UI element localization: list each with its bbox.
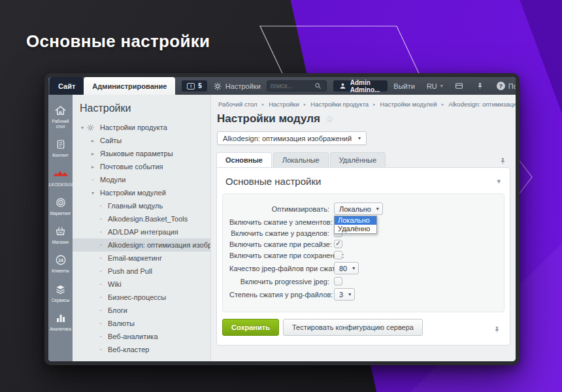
tree-item[interactable]: ▾Настройки модулей bbox=[73, 186, 210, 199]
select-optimize[interactable]: Локально▾ bbox=[334, 203, 383, 215]
tree-item-label: Языковые параметры bbox=[100, 150, 173, 157]
logout-button[interactable]: Выйти bbox=[388, 77, 421, 95]
hotkeys-button[interactable] bbox=[449, 77, 470, 95]
save-button[interactable]: Сохранить bbox=[222, 319, 279, 336]
bullet-icon: ▪ bbox=[97, 269, 104, 273]
bullet-icon: ▪ bbox=[97, 256, 104, 260]
sidebar-item-alkodesign[interactable]: ALKODESIGN bbox=[48, 163, 73, 192]
svg-text:24: 24 bbox=[58, 258, 63, 263]
favorite-star-icon[interactable]: ☆ bbox=[325, 114, 334, 123]
home-icon bbox=[54, 104, 67, 117]
expand-toggle-icon[interactable]: ▾ bbox=[90, 190, 96, 196]
sidebar-item-label: ALKODESIGN bbox=[48, 182, 75, 188]
tree-item[interactable]: ▪Бизнес-процессы bbox=[73, 291, 210, 304]
tree-item-label: Push and Pull bbox=[108, 267, 152, 275]
breadcrumb-link[interactable]: Настройки продукта bbox=[310, 101, 369, 108]
breadcrumb: Рабочий стол▸Настройки▸Настройки продукт… bbox=[218, 101, 510, 108]
layers-icon bbox=[54, 283, 67, 296]
sidebar-item-clients[interactable]: 24Клиенты bbox=[48, 250, 73, 278]
expand-toggle-icon[interactable]: ▸ bbox=[90, 138, 96, 144]
tree-item[interactable]: ▪AD/LDAP интеграция bbox=[73, 225, 210, 238]
main-content: Рабочий стол▸Настройки▸Настройки продукт… bbox=[211, 95, 516, 361]
expand-toggle-icon[interactable]: ▸ bbox=[90, 151, 96, 157]
expand-toggle-icon[interactable]: ▸ bbox=[90, 164, 96, 170]
pin-toolbar-button[interactable] bbox=[470, 77, 491, 95]
tree-item[interactable]: ▸Почтовые события bbox=[73, 160, 210, 173]
tree-item[interactable]: ▪Блоги bbox=[73, 304, 210, 317]
tab-item[interactable]: Удалённые bbox=[330, 152, 386, 167]
select-option[interactable]: Удалённо bbox=[335, 225, 376, 233]
pin-icon bbox=[476, 82, 485, 91]
tree-item[interactable]: ▪Email-маркетинг bbox=[73, 252, 210, 265]
sidebar-item-label: Сервисы bbox=[52, 298, 69, 303]
bullet-icon: ▪ bbox=[97, 348, 104, 351]
breadcrumb-separator-icon: ▸ bbox=[262, 102, 265, 107]
tab-administration[interactable]: Администрирование bbox=[84, 77, 175, 95]
search-box[interactable] bbox=[267, 80, 327, 91]
section-header[interactable]: Основные настройки ▾ bbox=[222, 173, 504, 193]
tree-item[interactable]: ▪Wiki bbox=[73, 278, 210, 291]
sidebar-item-services[interactable]: Сервисы bbox=[48, 279, 73, 308]
tab-active-item[interactable]: Основные bbox=[216, 152, 272, 167]
field-control bbox=[334, 277, 342, 286]
module-select[interactable]: Alkodesign: оптимизация изображений ▾ bbox=[217, 131, 367, 145]
tree-item[interactable]: ▪Модули bbox=[73, 173, 210, 186]
test-config-button[interactable]: Тестировать конфигурацию сервера bbox=[283, 319, 423, 336]
checkbox[interactable] bbox=[334, 251, 342, 259]
tree-item[interactable]: ▪Главный модуль bbox=[73, 199, 210, 212]
sidebar-item-marketing[interactable]: Маркетинг bbox=[48, 192, 73, 221]
tree-item[interactable]: ▪Alkodesign.Basket_Tools bbox=[73, 212, 210, 225]
pin-icon[interactable] bbox=[499, 157, 506, 165]
breadcrumb-link[interactable]: Настройки модулей bbox=[380, 101, 437, 108]
sidebar-item-content[interactable]: Контент bbox=[48, 134, 73, 163]
tree-item-label: AD/LDAP интеграция bbox=[108, 228, 178, 236]
tree-item[interactable]: ▾Настройки продукта bbox=[73, 121, 210, 134]
form-row: Степень сжатия у png-файлов:3▾ bbox=[229, 287, 497, 301]
sidebar-item-analytics[interactable]: Аналитика bbox=[48, 308, 73, 336]
admin-window: Сайт Администрирование i 5 Настройки bbox=[44, 73, 520, 365]
tree-item[interactable]: ▪Alkodesign: оптимизация изображений bbox=[73, 238, 210, 252]
bullet-icon: ▪ bbox=[97, 321, 104, 325]
breadcrumb-link[interactable]: Рабочий стол bbox=[218, 101, 257, 108]
field-control bbox=[334, 240, 342, 248]
breadcrumb-link[interactable]: Alkodesign: оптимизация изображений bbox=[448, 101, 516, 108]
help-button[interactable]: ? Помощь bbox=[491, 77, 516, 95]
tree-item[interactable]: ▪Push and Pull bbox=[73, 265, 210, 278]
tree-item[interactable]: ▪Веб-аналитика bbox=[73, 330, 210, 343]
pin-icon[interactable] bbox=[493, 326, 501, 333]
breadcrumb-separator-icon: ▸ bbox=[442, 102, 444, 107]
bullet-icon: ▪ bbox=[97, 295, 104, 299]
settings-panel: Основные настройки ▾ Оптимизировать:Лока… bbox=[216, 167, 510, 346]
expand-toggle-icon[interactable]: ▾ bbox=[79, 125, 86, 131]
notifications-button[interactable]: i 5 bbox=[182, 80, 207, 91]
checkbox[interactable] bbox=[334, 277, 342, 286]
breadcrumb-link[interactable]: Настройки bbox=[269, 101, 299, 108]
clients-24-icon: 24 bbox=[55, 253, 67, 267]
sidebar-item-shop[interactable]: Магазин bbox=[48, 221, 73, 250]
sidebar-item-workspace[interactable]: Рабочий стол bbox=[48, 100, 73, 134]
search-input[interactable] bbox=[271, 82, 314, 90]
tree-item[interactable]: ▸Сайты bbox=[73, 134, 210, 147]
select-value[interactable]: 3▾ bbox=[334, 288, 355, 301]
document-icon bbox=[56, 138, 66, 151]
settings-button[interactable]: Настройки bbox=[207, 77, 267, 95]
select-option[interactable]: Локально bbox=[335, 216, 376, 225]
tree-item[interactable]: ▪Веб-кластер bbox=[73, 343, 210, 356]
tab-site[interactable]: Сайт bbox=[50, 77, 84, 95]
user-menu-button[interactable]: Admin Admino... bbox=[333, 80, 388, 91]
settings-label: Настройки bbox=[225, 82, 261, 90]
field-label: Степень сжатия у png-файлов: bbox=[229, 291, 334, 299]
notification-icon: i bbox=[187, 83, 195, 90]
field-label: Включить сжатие у разделов: bbox=[229, 229, 334, 237]
tree-item[interactable]: ▪Валюты bbox=[73, 317, 210, 330]
tab-item[interactable]: Локальные bbox=[273, 152, 329, 167]
select-value[interactable]: 80▾ bbox=[334, 262, 359, 274]
field-control: 3▾ bbox=[334, 288, 355, 301]
sidebar-item-label: Аналитика bbox=[50, 327, 71, 332]
tree-item-label: Блоги bbox=[108, 306, 127, 314]
user-icon bbox=[339, 82, 346, 91]
checkbox[interactable] bbox=[334, 240, 342, 248]
tree-item[interactable]: ▸Языковые параметры bbox=[73, 147, 210, 160]
language-select[interactable]: RU ▾ bbox=[421, 77, 449, 95]
chevron-down-icon: ▾ bbox=[348, 292, 351, 297]
